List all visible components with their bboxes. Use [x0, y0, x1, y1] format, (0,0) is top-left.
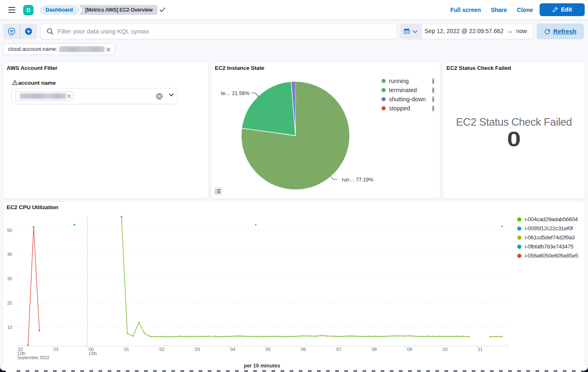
- svg-text:10: 10: [443, 347, 448, 352]
- svg-text:07: 07: [336, 347, 341, 352]
- svg-text:September 2022: September 2022: [17, 355, 50, 360]
- svg-text:04: 04: [230, 347, 235, 352]
- svg-text:run… 77.19%: run… 77.19%: [342, 177, 373, 183]
- svg-text:te… 21.56%: te… 21.56%: [221, 91, 250, 96]
- svg-text:30: 30: [7, 276, 12, 281]
- svg-text:11: 11: [478, 347, 482, 352]
- svg-text:40: 40: [7, 252, 12, 257]
- svg-text:08: 08: [372, 347, 377, 352]
- svg-text:10: 10: [7, 325, 12, 330]
- svg-text:09: 09: [407, 347, 412, 352]
- svg-text:06: 06: [301, 347, 306, 352]
- svg-text:02: 02: [160, 347, 165, 352]
- svg-text:05: 05: [266, 347, 271, 352]
- svg-text:20: 20: [7, 300, 12, 305]
- svg-text:50: 50: [7, 228, 12, 233]
- svg-text:03: 03: [195, 347, 200, 352]
- svg-text:13th: 13th: [89, 351, 97, 356]
- svg-text:01: 01: [124, 347, 129, 352]
- svg-text:23: 23: [53, 347, 58, 352]
